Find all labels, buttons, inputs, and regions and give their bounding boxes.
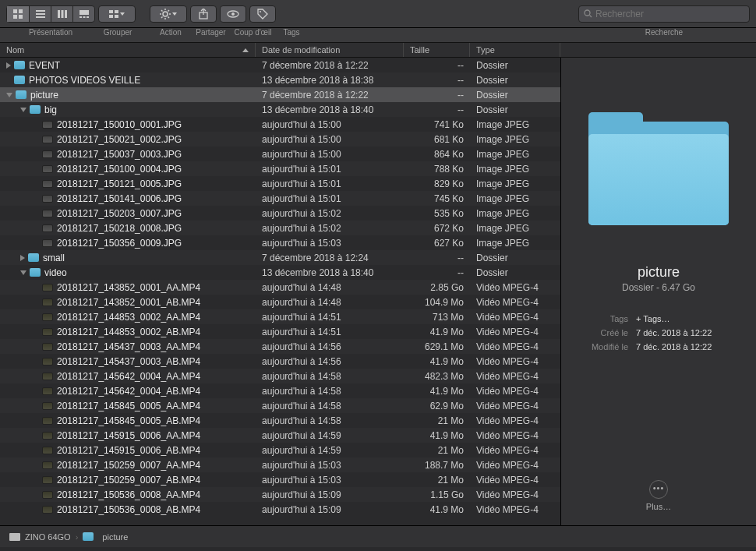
file-row[interactable]: 20181217_144853_0002_AA.MP4aujourd'hui à… [0, 309, 560, 324]
file-name: 20181217_150259_0007_AA.MP4 [57, 460, 200, 471]
file-row[interactable]: 20181217_145437_0003_AB.MP4aujourd'hui à… [0, 354, 560, 369]
file-row[interactable]: picture7 décembre 2018 à 12:22--Dossier [0, 87, 560, 102]
file-row[interactable]: 20181217_150536_0008_AB.MP4aujourd'hui à… [0, 502, 560, 517]
file-row[interactable]: EVENT7 décembre 2018 à 12:22--Dossier [0, 58, 560, 72]
disclosure-triangle-icon[interactable] [20, 270, 26, 275]
share-button[interactable] [190, 5, 217, 23]
file-name: EVENT [29, 60, 60, 71]
file-modified: aujourd'hui à 15:03 [256, 457, 404, 472]
file-modified: aujourd'hui à 14:59 [256, 428, 404, 443]
group-by-button[interactable] [98, 5, 136, 23]
folder-icon [16, 90, 26, 99]
file-row[interactable]: 20181217_150010_0001.JPGaujourd'hui à 15… [0, 117, 560, 132]
disclosure-triangle-icon[interactable] [6, 93, 12, 97]
col-name-header[interactable]: Nom [0, 43, 256, 57]
file-type: Vidéo MPEG-4 [470, 398, 560, 413]
file-modified: aujourd'hui à 15:01 [256, 191, 404, 206]
disclosure-triangle-icon[interactable] [20, 108, 26, 112]
col-type-header[interactable]: Type [470, 43, 560, 57]
file-modified: aujourd'hui à 14:59 [256, 443, 404, 457]
file-list[interactable]: EVENT7 décembre 2018 à 12:22--DossierPHO… [0, 58, 560, 525]
file-type: Dossier [470, 58, 560, 72]
tags-button[interactable] [249, 5, 276, 23]
view-columns-button[interactable] [51, 6, 72, 22]
search-field[interactable] [578, 5, 750, 23]
file-row[interactable]: 20181217_150218_0008.JPGaujourd'hui à 15… [0, 221, 560, 235]
sort-ascending-icon [242, 48, 249, 52]
file-size: -- [404, 102, 470, 117]
file-row[interactable]: 20181217_150021_0002.JPGaujourd'hui à 15… [0, 132, 560, 147]
file-row[interactable]: 20181217_144853_0002_AB.MP4aujourd'hui à… [0, 324, 560, 339]
file-size: 41.9 Mo [404, 354, 470, 369]
file-row[interactable]: 20181217_145437_0003_AA.MP4aujourd'hui à… [0, 339, 560, 354]
video-icon [42, 461, 53, 469]
file-size: 482.3 Mo [404, 369, 470, 383]
file-row[interactable]: 20181217_150037_0003.JPGaujourd'hui à 15… [0, 147, 560, 161]
file-name: video [44, 267, 67, 278]
file-row[interactable]: small7 décembre 2018 à 12:24--Dossier [0, 250, 560, 265]
search-input[interactable] [595, 9, 744, 19]
video-icon [42, 491, 53, 499]
video-icon [42, 476, 53, 484]
file-type: Image JPEG [470, 161, 560, 176]
file-size: 672 Ko [404, 221, 470, 235]
quicklook-button[interactable] [220, 5, 246, 23]
file-row[interactable]: 20181217_145915_0006_AA.MP4aujourd'hui à… [0, 428, 560, 443]
file-row[interactable]: 20181217_150141_0006.JPGaujourd'hui à 15… [0, 191, 560, 206]
video-icon [42, 447, 53, 454]
col-size-header[interactable]: Taille [404, 43, 470, 57]
file-size: -- [404, 87, 470, 102]
file-row[interactable]: 20181217_150536_0008_AA.MP4aujourd'hui à… [0, 487, 560, 502]
file-row[interactable]: 20181217_145642_0004_AB.MP4aujourd'hui à… [0, 383, 560, 398]
file-size: 535 Ko [404, 206, 470, 221]
svg-rect-7 [58, 10, 60, 18]
file-row[interactable]: 20181217_145845_0005_AA.MP4aujourd'hui à… [0, 398, 560, 413]
jpeg-icon [42, 180, 53, 188]
disclosure-triangle-icon[interactable] [6, 62, 11, 69]
file-row[interactable]: 20181217_150203_0007.JPGaujourd'hui à 15… [0, 206, 560, 221]
file-row[interactable]: PHOTOS VIDEOS VEILLE13 décembre 2018 à 1… [0, 72, 560, 87]
file-type: Image JPEG [470, 117, 560, 132]
file-row[interactable]: 20181217_145642_0004_AA.MP4aujourd'hui à… [0, 369, 560, 383]
file-row[interactable]: 20181217_150259_0007_AA.MP4aujourd'hui à… [0, 457, 560, 472]
file-row[interactable]: 20181217_145915_0006_AB.MP4aujourd'hui à… [0, 443, 560, 457]
svg-rect-11 [79, 16, 82, 18]
file-modified: aujourd'hui à 15:03 [256, 472, 404, 487]
file-modified: 7 décembre 2018 à 12:22 [256, 87, 404, 102]
file-row[interactable]: video13 décembre 2018 à 18:40--Dossier [0, 265, 560, 280]
file-size: 21 Mo [404, 472, 470, 487]
file-modified: aujourd'hui à 15:09 [256, 502, 404, 517]
file-row[interactable]: 20181217_145845_0005_AB.MP4aujourd'hui à… [0, 413, 560, 428]
file-row[interactable]: big13 décembre 2018 à 18:40--Dossier [0, 102, 560, 117]
view-gallery-button[interactable] [72, 6, 94, 22]
file-name: 20181217_144853_0002_AB.MP4 [57, 327, 200, 337]
file-row[interactable]: 20181217_150356_0009.JPGaujourd'hui à 15… [0, 235, 560, 250]
file-row[interactable]: 20181217_150121_0005.JPGaujourd'hui à 15… [0, 176, 560, 191]
label-tags: Tags [277, 28, 306, 42]
svg-rect-17 [115, 15, 118, 18]
file-row[interactable]: 20181217_143852_0001_AB.MP4aujourd'hui à… [0, 295, 560, 309]
path-root[interactable]: ZINO 64GO [25, 532, 71, 542]
file-row[interactable]: 20181217_150100_0004.JPGaujourd'hui à 15… [0, 161, 560, 176]
more-button[interactable]: ••• Plus… [561, 480, 756, 511]
path-leaf[interactable]: picture [102, 532, 128, 542]
label-coupdoeil: Coup d'œil [231, 28, 274, 42]
meta-tags-label: Tags [574, 312, 636, 326]
more-icon: ••• [649, 480, 668, 499]
disclosure-triangle-icon[interactable] [20, 255, 25, 261]
col-modified-header[interactable]: Date de modification [256, 43, 404, 57]
view-icon-button[interactable] [7, 6, 29, 22]
file-name: 20181217_145437_0003_AA.MP4 [57, 341, 200, 352]
video-icon [42, 373, 53, 380]
folder-icon [14, 61, 25, 69]
file-row[interactable]: 20181217_143852_0001_AA.MP4aujourd'hui à… [0, 280, 560, 295]
meta-tags-add[interactable]: + Tags… [636, 312, 744, 326]
meta-modified-label: Modifié le [574, 340, 636, 354]
file-size: 681 Ko [404, 132, 470, 147]
file-name: 20181217_150037_0003.JPG [57, 149, 182, 160]
file-row[interactable]: 20181217_150259_0007_AB.MP4aujourd'hui à… [0, 472, 560, 487]
action-button[interactable] [150, 5, 187, 23]
file-size: 21 Mo [404, 443, 470, 457]
col-name-label: Nom [6, 45, 24, 55]
view-list-button[interactable] [29, 6, 51, 22]
